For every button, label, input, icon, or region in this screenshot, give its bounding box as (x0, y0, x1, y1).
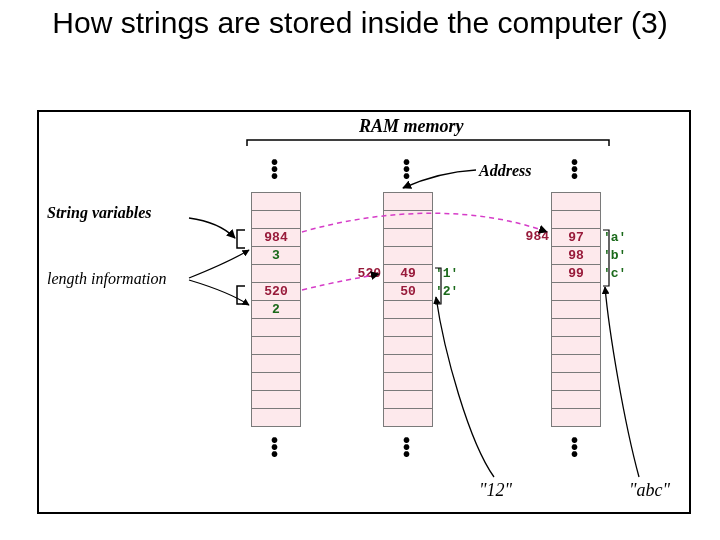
memory-cell: '1' (435, 264, 465, 283)
memory-cell: 3 (251, 246, 301, 265)
memory-cell-empty (603, 354, 633, 373)
memory-cell-empty (383, 318, 433, 337)
label-ram: RAM memory (359, 116, 464, 137)
memory-cell-empty (251, 372, 301, 391)
memory-cell: '2' (435, 282, 465, 301)
memory-cell-empty (551, 318, 601, 337)
memory-cell-empty (383, 210, 433, 229)
memory-cell-empty (435, 228, 465, 247)
memory-cell-empty (603, 192, 633, 211)
memory-cell-empty (251, 264, 301, 283)
memory-cell: 97 (551, 228, 601, 247)
memory-cell-empty (383, 192, 433, 211)
memory-cell: 'a' (603, 228, 633, 247)
memory-cell-empty (435, 246, 465, 265)
memory-cell-empty (251, 408, 301, 427)
label-lengthinfo: length information (47, 270, 167, 288)
memory-cell-empty (435, 336, 465, 355)
memory-column-3: 979899 (551, 192, 601, 427)
memory-cell-empty (603, 408, 633, 427)
addr-984: 984 (517, 229, 549, 244)
dots-icon: ••• (403, 438, 410, 459)
memory-cell-empty (435, 408, 465, 427)
memory-cell-empty (551, 336, 601, 355)
memory-cell-empty (383, 354, 433, 373)
memory-cell-empty (435, 300, 465, 319)
addr-520: 520 (349, 266, 381, 281)
memory-column-2: 4950 (383, 192, 433, 427)
memory-cell-empty (551, 390, 601, 409)
memory-cell-empty (603, 372, 633, 391)
memory-cell-empty (603, 282, 633, 301)
memory-cell-empty (251, 354, 301, 373)
memory-cell: 99 (551, 264, 601, 283)
memory-cell-empty (435, 390, 465, 409)
memory-cell-empty (551, 372, 601, 391)
memory-cell-empty (383, 300, 433, 319)
dots-icon: ••• (571, 160, 578, 181)
memory-cell-empty (383, 336, 433, 355)
memory-cell-empty (251, 192, 301, 211)
memory-cell-empty (551, 192, 601, 211)
dots-icon: ••• (571, 438, 578, 459)
page-title: How strings are stored inside the comput… (40, 6, 680, 40)
memory-cell: 98 (551, 246, 601, 265)
label-stringvars: String variables (47, 204, 151, 222)
memory-cell-empty (551, 354, 601, 373)
memory-cell-empty (551, 282, 601, 301)
memory-cell: 49 (383, 264, 433, 283)
memory-cell-empty (603, 390, 633, 409)
dots-icon: ••• (403, 160, 410, 181)
memory-cell-empty (603, 210, 633, 229)
memory-column-1: 98435202 (251, 192, 301, 427)
memory-cell-empty (251, 210, 301, 229)
memory-cell: 2 (251, 300, 301, 319)
memory-cell-empty (383, 390, 433, 409)
memory-cell: 'b' (603, 246, 633, 265)
memory-cell: 50 (383, 282, 433, 301)
annot-column-2: '1''2' (435, 192, 465, 427)
memory-cell-empty (251, 336, 301, 355)
literal-12: "12" (479, 480, 512, 501)
literal-abc: "abc" (629, 480, 670, 501)
dots-icon: ••• (271, 438, 278, 459)
memory-cell: 984 (251, 228, 301, 247)
memory-cell-empty (551, 300, 601, 319)
memory-cell-empty (251, 390, 301, 409)
memory-cell-empty (551, 408, 601, 427)
memory-cell-empty (435, 372, 465, 391)
memory-cell-empty (251, 318, 301, 337)
memory-cell-empty (603, 300, 633, 319)
diagram-canvas: RAM memory Address String variables leng… (37, 110, 691, 514)
memory-cell: 520 (251, 282, 301, 301)
memory-cell-empty (383, 246, 433, 265)
memory-cell: 'c' (603, 264, 633, 283)
memory-cell-empty (435, 354, 465, 373)
memory-cell-empty (383, 408, 433, 427)
annot-column-3: 'a''b''c' (603, 192, 633, 427)
memory-cell-empty (435, 192, 465, 211)
memory-cell-empty (603, 318, 633, 337)
memory-cell-empty (603, 336, 633, 355)
memory-cell-empty (383, 372, 433, 391)
memory-cell-empty (435, 318, 465, 337)
memory-cell-empty (435, 210, 465, 229)
label-address: Address (479, 162, 531, 180)
memory-cell-empty (551, 210, 601, 229)
memory-cell-empty (383, 228, 433, 247)
dots-icon: ••• (271, 160, 278, 181)
